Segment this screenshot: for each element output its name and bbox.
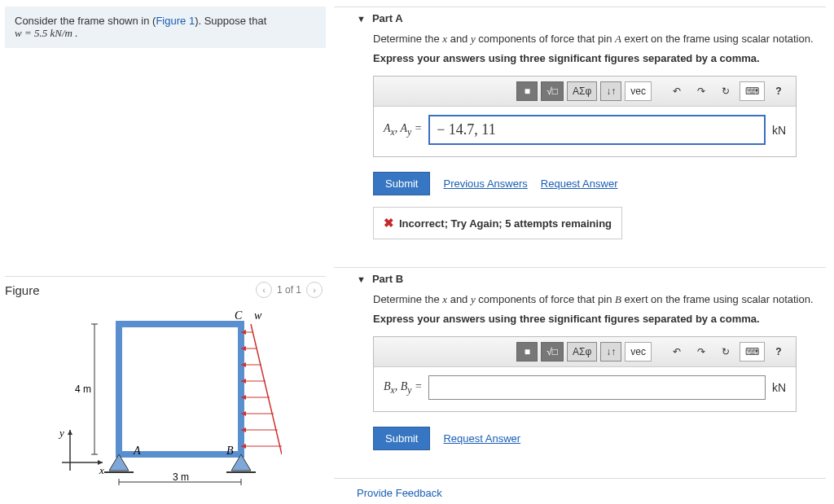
figure-link[interactable]: Figure 1 <box>156 15 195 27</box>
fig-C: C <box>235 309 243 322</box>
answer-label-b: Bx, By = <box>384 380 422 396</box>
request-answer-link-b[interactable]: Request Answer <box>443 432 520 445</box>
part-b-header[interactable]: ▼ Part B <box>334 268 826 293</box>
fig-B: B <box>226 445 234 457</box>
keyboard-button[interactable]: ⌨ <box>740 81 765 101</box>
pager-prev-button[interactable]: ‹ <box>256 282 272 298</box>
w-equation: w = 5.5 kN/m . <box>15 27 77 39</box>
figure-title: Figure <box>5 283 40 297</box>
svg-marker-3 <box>68 430 72 435</box>
equation-toolbar: ■ √□ ΑΣφ ↓↑ vec ↶ ↷ ↻ ⌨ ? <box>374 77 796 107</box>
svg-line-17 <box>251 324 282 454</box>
fig-4m: 4 m <box>75 383 91 395</box>
axis-x-label: x <box>99 464 104 476</box>
axis-y-label: y <box>58 427 64 439</box>
answer-input-a[interactable]: − 14.7, 11 <box>428 115 766 145</box>
greek-button[interactable]: ΑΣφ <box>567 342 597 362</box>
undo-button[interactable]: ↶ <box>666 342 687 362</box>
figure-pager: ‹ 1 of 1 › <box>256 282 323 298</box>
vec-button[interactable]: vec <box>625 81 652 101</box>
figure-area: Figure ‹ 1 of 1 › y x <box>5 276 326 493</box>
fig-3m: 3 m <box>173 471 189 483</box>
templates-button[interactable]: ■ <box>516 342 538 362</box>
problem-prompt: Consider the frame shown in (Figure 1). … <box>5 7 326 48</box>
prompt-text-pre: Consider the frame shown in ( <box>15 15 156 27</box>
sqrt-button[interactable]: √□ <box>541 81 564 101</box>
caret-down-icon: ▼ <box>357 14 366 24</box>
feedback-incorrect: ✖Incorrect; Try Again; 5 attempts remain… <box>373 207 622 239</box>
redo-button[interactable]: ↷ <box>691 81 712 101</box>
part-a-question: Determine the x and y components of forc… <box>373 33 818 46</box>
previous-answers-link[interactable]: Previous Answers <box>443 177 527 190</box>
part-b-title: Part B <box>372 273 403 285</box>
answer-box-a: ■ √□ ΑΣφ ↓↑ vec ↶ ↷ ↻ ⌨ ? Ax, Ay = <box>373 76 797 157</box>
answer-box-b: ■ √□ ΑΣφ ↓↑ vec ↶ ↷ ↻ ⌨ ? Bx, By = <box>373 336 797 412</box>
equation-toolbar: ■ √□ ΑΣφ ↓↑ vec ↶ ↷ ↻ ⌨ ? <box>374 337 796 367</box>
answer-label-a: Ax, Ay = <box>384 122 422 138</box>
part-a-title: Part A <box>372 12 403 24</box>
unit-a: kN <box>772 124 786 137</box>
submit-button-a[interactable]: Submit <box>373 172 430 195</box>
greek-button[interactable]: ΑΣφ <box>567 81 597 101</box>
keyboard-button[interactable]: ⌨ <box>740 342 765 362</box>
reset-button[interactable]: ↻ <box>715 81 736 101</box>
pager-text: 1 of 1 <box>277 284 301 296</box>
sqrt-button[interactable]: √□ <box>541 342 564 362</box>
redo-button[interactable]: ↷ <box>691 342 712 362</box>
undo-button[interactable]: ↶ <box>666 81 687 101</box>
arrows-button[interactable]: ↓↑ <box>600 81 621 101</box>
figure-diagram: y x <box>5 305 326 493</box>
feedback-text: Incorrect; Try Again; 5 attempts remaini… <box>399 217 612 230</box>
caret-down-icon: ▼ <box>357 274 366 284</box>
prompt-text-post: ). Suppose that <box>195 15 266 27</box>
vec-button[interactable]: vec <box>625 342 652 362</box>
part-a-instruction: Express your answers using three signifi… <box>373 52 818 64</box>
unit-b: kN <box>772 381 786 394</box>
arrows-button[interactable]: ↓↑ <box>600 342 621 362</box>
help-button[interactable]: ? <box>768 342 789 362</box>
fig-w: w <box>254 309 262 322</box>
reset-button[interactable]: ↻ <box>715 342 736 362</box>
fig-A: A <box>133 445 141 457</box>
x-icon: ✖ <box>384 216 394 230</box>
request-answer-link-a[interactable]: Request Answer <box>541 177 618 190</box>
pager-next-button[interactable]: › <box>306 282 323 298</box>
part-b-question: Determine the x and y components of forc… <box>373 293 818 306</box>
submit-button-b[interactable]: Submit <box>373 427 430 450</box>
help-button[interactable]: ? <box>768 81 789 101</box>
provide-feedback-link[interactable]: Provide Feedback <box>334 479 826 504</box>
part-a-header[interactable]: ▼ Part A <box>334 7 826 33</box>
answer-input-b[interactable] <box>428 375 765 400</box>
svg-rect-4 <box>119 324 241 454</box>
templates-button[interactable]: ■ <box>516 81 538 101</box>
part-b-instruction: Express your answers using three signifi… <box>373 313 818 325</box>
